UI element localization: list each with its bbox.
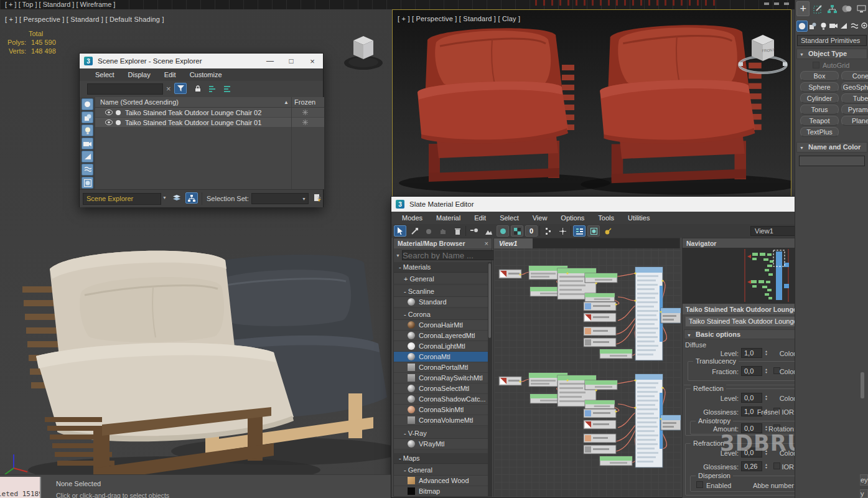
- systems-category-icon[interactable]: [860, 21, 868, 32]
- box-button[interactable]: Box: [800, 71, 839, 81]
- display-materials-icon[interactable]: [82, 177, 93, 189]
- helpers-category-icon[interactable]: [839, 21, 849, 32]
- create-tab-icon[interactable]: +: [796, 1, 810, 16]
- material-output-node[interactable]: [661, 308, 681, 323]
- expand-tree-icon[interactable]: [207, 83, 219, 94]
- table-row[interactable]: Taiko Stained Teak Outdoor Lounge Chair …: [95, 108, 324, 118]
- pick-material-icon[interactable]: [408, 225, 421, 237]
- column-name[interactable]: Name (Sorted Ascending): [95, 98, 179, 106]
- layers-icon[interactable]: [170, 192, 183, 204]
- layout-all-icon[interactable]: [556, 225, 569, 237]
- browser-close-icon[interactable]: ×: [485, 240, 492, 247]
- geometry-category-icon[interactable]: [796, 21, 808, 32]
- display-lights-icon[interactable]: [82, 125, 93, 136]
- visibility-eye-icon[interactable]: [105, 109, 113, 116]
- browser-item-coronalightmtl[interactable]: CoronaLightMtl: [394, 341, 489, 352]
- viewport-perspective-right[interactable]: [ + ] [ Perspective ] [ Standard ] [ Cla…: [392, 9, 791, 198]
- menu-utilities[interactable]: Utilities: [621, 214, 656, 222]
- refraction-gloss-spinner[interactable]: ▲▼: [763, 461, 769, 471]
- browser-group-maps[interactable]: - Maps: [394, 453, 489, 464]
- show-numbers-icon[interactable]: 0: [525, 225, 538, 237]
- assign-material-icon[interactable]: [422, 225, 435, 237]
- frozen-icon[interactable]: [302, 119, 308, 126]
- browser-item-coronahairmtl[interactable]: CoronaHairMtl: [394, 320, 489, 331]
- autogrid-checkbox[interactable]: [813, 62, 819, 68]
- material-list-node[interactable]: [635, 267, 663, 360]
- object-dot-icon[interactable]: [116, 120, 121, 125]
- viewcube-right[interactable]: FRONT: [736, 24, 790, 81]
- browser-options-arrow-icon[interactable]: ▼: [396, 253, 400, 258]
- combo-arrow-icon[interactable]: ▼: [302, 197, 306, 201]
- column-frozen[interactable]: Frozen: [294, 98, 324, 106]
- name-color-rollout[interactable]: ▼ Name and Color: [796, 142, 867, 153]
- browser-group-materials[interactable]: - Materials: [394, 262, 489, 273]
- browser-item-coronavolumemtl[interactable]: CoronaVolumeMtl: [394, 415, 489, 426]
- browser-item-standard[interactable]: Standard: [394, 297, 489, 308]
- viewport-left-label[interactable]: [ + ] [ Perspective ] [ Standard ] [ Def…: [5, 16, 164, 23]
- object-name-field[interactable]: [799, 156, 865, 166]
- browser-sub-maps-general[interactable]: - General: [394, 465, 489, 476]
- object-type-rollout[interactable]: ▼ Object Type: [796, 49, 867, 59]
- browser-scrollbar[interactable]: [488, 262, 492, 496]
- edge-button-fragment[interactable]: y: [860, 489, 868, 498]
- menu-select[interactable]: Select: [493, 214, 526, 222]
- scene-explorer-titlebar[interactable]: 3 Scene Explorer - Scene Explorer — □ ×: [80, 54, 323, 68]
- visibility-eye-icon[interactable]: [105, 119, 113, 126]
- close-icon[interactable]: ×: [302, 57, 323, 66]
- hierarchy-tab-icon[interactable]: [826, 1, 839, 16]
- browser-item-coronalayeredmtl[interactable]: CoronaLayeredMtl: [394, 331, 489, 341]
- spacewarps-category-icon[interactable]: [849, 21, 859, 32]
- collapse-tree-icon[interactable]: [222, 83, 234, 94]
- show-shaded-material-icon[interactable]: [468, 225, 480, 237]
- table-row[interactable]: Taiko Stained Teak Outdoor Lounge Chair …: [95, 118, 324, 128]
- display-tab-icon[interactable]: [855, 1, 868, 16]
- browser-item-coronashadowcatchermtl[interactable]: CoronaShadowCatc...: [394, 394, 489, 405]
- menu-tools[interactable]: Tools: [591, 214, 621, 222]
- row-name[interactable]: Taiko Stained Teak Outdoor Lounge Chair …: [125, 119, 261, 126]
- explorer-selector-dropdown[interactable]: Scene Explorer: [83, 193, 161, 205]
- menu-options[interactable]: Options: [554, 214, 591, 222]
- find-input[interactable]: [87, 83, 163, 95]
- edge-button-fragment[interactable]: ey: [860, 474, 868, 486]
- menu-modes[interactable]: Modes: [395, 214, 429, 222]
- tube-button[interactable]: Tube: [841, 93, 868, 103]
- fraction-value[interactable]: 0,0: [741, 366, 762, 376]
- browser-header[interactable]: Material/Map Browser ×: [394, 238, 492, 248]
- modify-tab-icon[interactable]: [811, 1, 824, 16]
- minimize-icon[interactable]: —: [259, 57, 281, 66]
- shapes-category-icon[interactable]: [808, 21, 818, 32]
- browser-item-coronarayswitchmtl[interactable]: CoronaRaySwitchMtl: [394, 373, 489, 383]
- node-cluster-top[interactable]: [499, 266, 681, 360]
- footer-overflow-icon[interactable]: »: [317, 194, 321, 201]
- selection-set-combo[interactable]: ▼: [251, 193, 309, 204]
- motion-tab-icon[interactable]: [840, 1, 853, 16]
- browser-sub-general[interactable]: + General: [394, 274, 489, 284]
- sort-ascending-icon[interactable]: ▲: [284, 100, 289, 105]
- display-geometry-icon[interactable]: [82, 111, 93, 123]
- browser-item-coronaselectmtl[interactable]: CoronaSelectMtl: [394, 383, 489, 394]
- material-preview-icon[interactable]: [497, 225, 509, 237]
- menu-view[interactable]: View: [526, 214, 554, 222]
- lock-selection-icon[interactable]: [192, 83, 204, 94]
- dispersion-enabled-checkbox[interactable]: [696, 481, 703, 488]
- lights-category-icon[interactable]: [818, 21, 828, 32]
- diffuse-level-value[interactable]: 1,0: [741, 348, 762, 358]
- browser-item-vraymtl[interactable]: VRayMtl: [394, 439, 489, 449]
- explorer-selector-arrow-icon[interactable]: ▼: [162, 195, 167, 200]
- sphere-button[interactable]: Sphere: [800, 82, 839, 92]
- list-header[interactable]: Name (Sorted Ascending) ▲ Frozen: [95, 97, 324, 108]
- browser-sub-vray[interactable]: - V-Ray: [394, 428, 489, 439]
- delete-icon[interactable]: [451, 225, 464, 237]
- refraction-gloss-value[interactable]: 0,26: [741, 461, 762, 471]
- plane-button[interactable]: Plane: [841, 116, 868, 126]
- browser-item-coronaportalmtl[interactable]: CoronaPortalMtl: [394, 362, 489, 373]
- node-graph-canvas[interactable]: [494, 248, 681, 497]
- checker-background-icon[interactable]: [511, 225, 523, 237]
- menu-edit[interactable]: Edit: [157, 71, 183, 78]
- viewcube-left[interactable]: [341, 27, 386, 77]
- display-all-icon[interactable]: [82, 98, 93, 110]
- display-cameras-icon[interactable]: [82, 138, 93, 149]
- browser-item-coronaskinmtl[interactable]: CoronaSkinMtl: [394, 405, 489, 415]
- show-background-icon[interactable]: [482, 225, 495, 237]
- render-map-icon[interactable]: [587, 225, 600, 237]
